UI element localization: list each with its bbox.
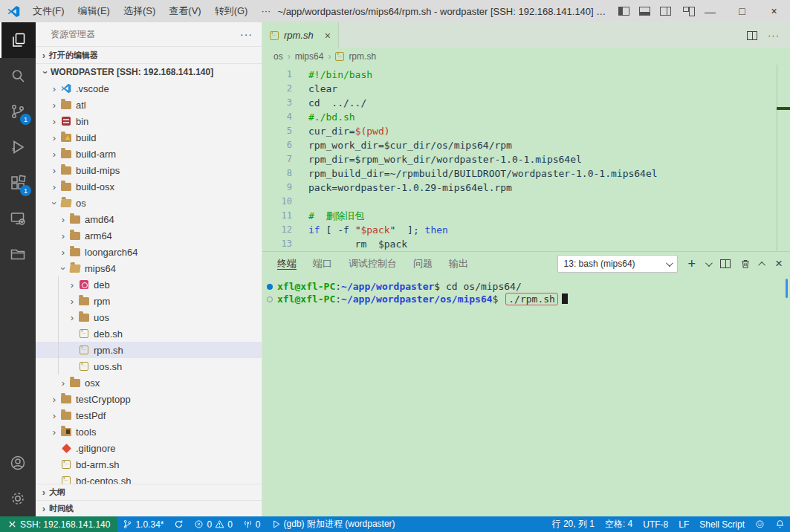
status-debug-session[interactable]: (gdb) 附加进程 (wordpaster) — [266, 516, 401, 532]
tree-item-bd-arm.sh[interactable]: ›bd-arm.sh — [36, 456, 262, 473]
customize-layout-icon[interactable] — [683, 7, 694, 16]
menu-item[interactable]: ··· — [254, 5, 277, 16]
tree-item-loongarch64[interactable]: ›loongarch64 — [36, 244, 262, 260]
status-notifications[interactable] — [770, 516, 790, 532]
toggle-panel-icon[interactable] — [639, 7, 650, 16]
sidebar-more-actions-icon[interactable]: ··· — [240, 28, 253, 40]
close-panel-icon[interactable]: × — [775, 256, 783, 271]
breadcrumb-os[interactable]: os — [273, 51, 283, 62]
search-icon[interactable] — [0, 58, 36, 94]
new-terminal-icon[interactable]: + — [688, 257, 696, 270]
tab-rpm-sh[interactable]: rpm.sh × — [262, 22, 339, 48]
status-branch-status[interactable]: 1.0.34* — [117, 516, 169, 532]
maximize-button[interactable]: □ — [726, 0, 758, 22]
tree-item-uos.sh[interactable]: ›uos.sh — [36, 358, 262, 374]
chevron-right-icon: › — [328, 51, 331, 62]
tree-item-testpdf[interactable]: ›testPdf — [36, 407, 262, 424]
menu-item[interactable]: 编辑(E) — [71, 5, 117, 16]
tree-item-.gitignore[interactable]: ›.gitignore — [36, 440, 262, 456]
chevron-down-icon: › — [49, 198, 60, 208]
settings-gear-icon[interactable] — [0, 481, 36, 516]
source-control-icon[interactable]: 1 — [0, 94, 36, 129]
maximize-panel-icon[interactable] — [758, 261, 765, 268]
terminal-dropdown-icon[interactable] — [705, 259, 713, 267]
timeline-section[interactable]: › 时间线 — [36, 500, 262, 516]
status-remote-indicator[interactable]: SSH: 192.168.141.140 — [0, 516, 117, 532]
tree-item-deb.sh[interactable]: ›deb.sh — [36, 325, 262, 342]
tree-item-wordpaster-ssh-192.168.141.140-[interactable]: ›WORDPASTER [SSH: 192.168.141.140] — [36, 64, 262, 80]
tree-item-mips64[interactable]: ›mips64 — [36, 260, 262, 276]
status-cursor-position[interactable]: 行 20, 列 1 — [547, 516, 600, 532]
tree-item-tools[interactable]: ›tools — [36, 424, 262, 440]
tree-item-bd-centos.sh[interactable]: ›bd-centos.sh — [36, 473, 262, 484]
menu-item[interactable]: 选择(S) — [117, 5, 162, 16]
breadcrumb-mips64[interactable]: mips64 — [295, 51, 324, 62]
editor-scrollbar[interactable] — [777, 65, 790, 251]
status-feedback[interactable] — [750, 516, 770, 532]
status-ports-status[interactable]: 0 — [238, 516, 266, 532]
tree-item-build-osx[interactable]: ›build-osx — [36, 178, 262, 195]
terminal-scrollbar[interactable] — [786, 279, 788, 298]
panel-tab[interactable]: 终端 — [277, 258, 297, 270]
trash-icon[interactable] — [740, 259, 751, 269]
tree-item-build-arm[interactable]: ›build-arm — [36, 146, 262, 162]
close-button[interactable]: × — [758, 0, 790, 22]
remote-explorer-icon[interactable] — [0, 201, 36, 236]
tree-item-rpm[interactable]: ›rpm — [36, 293, 262, 309]
status-encoding[interactable]: UTF-8 — [638, 516, 673, 532]
tree-item-build[interactable]: ›build — [36, 129, 262, 146]
menu-item[interactable]: 查看(V) — [162, 5, 207, 16]
menu-item[interactable]: 文件(F) — [26, 5, 71, 16]
status-eol[interactable]: LF — [673, 516, 694, 532]
tree-item-bin[interactable]: ›bin — [36, 113, 262, 129]
terminal[interactable]: xfl@xfl-PC:~/app/wordpaster$ cd os/mips6… — [262, 276, 790, 516]
tree-item-os[interactable]: ›os — [36, 195, 262, 211]
tree-item-atl[interactable]: ›atl — [36, 97, 262, 113]
explorer-icon[interactable] — [0, 22, 36, 58]
accounts-icon[interactable] — [0, 445, 36, 481]
tree-item-testcryptopp[interactable]: ›testCryptopp — [36, 391, 262, 407]
status-problems-status[interactable]: 00 — [189, 516, 237, 532]
panel-tab[interactable]: 调试控制台 — [349, 258, 397, 269]
split-terminal-icon[interactable] — [720, 259, 731, 268]
toggle-sidebar-icon[interactable] — [618, 7, 629, 16]
tree-item-.vscode[interactable]: ›.vscode — [36, 80, 262, 97]
tree-item-arm64[interactable]: ›arm64 — [36, 227, 262, 244]
run-debug-icon[interactable] — [0, 129, 36, 165]
menu-item[interactable]: 转到(G) — [208, 5, 255, 16]
open-editors-section[interactable]: › 打开的编辑器 — [36, 46, 262, 64]
chevron-right-icon: › — [39, 503, 49, 514]
terminal-select-value: 13: bash (mips64) — [564, 259, 635, 269]
tab-close-icon[interactable]: × — [325, 30, 331, 42]
split-editor-icon[interactable] — [747, 31, 757, 40]
project-folder-icon[interactable] — [0, 236, 36, 272]
terminal-text: : — [335, 281, 341, 292]
tree-item-osx[interactable]: ›osx — [36, 374, 262, 391]
toggle-secondary-sidebar-icon[interactable] — [660, 7, 671, 16]
editor-more-actions-icon[interactable]: ··· — [768, 30, 780, 41]
outline-section[interactable]: › 大纲 — [36, 484, 262, 500]
panel-tab[interactable]: 问题 — [413, 258, 433, 269]
line-number: 10 — [262, 195, 292, 209]
tree-item-label: mips64 — [85, 263, 116, 274]
command-success-decoration — [267, 284, 273, 290]
tree-item-uos[interactable]: ›uos — [36, 309, 262, 325]
terminal-text: ~/app/wordpaster/os/mips64 — [341, 293, 493, 305]
code-editor[interactable]: 1#!/bin/bash2clear3cd ../../4#./bd.sh5cu… — [262, 65, 790, 251]
terminal-select[interactable]: 13: bash (mips64) — [557, 255, 678, 273]
breadcrumb[interactable]: os › mips64 › rpm.sh — [262, 48, 790, 65]
terminal-text: $ — [493, 293, 505, 305]
tree-item-rpm.sh[interactable]: ›rpm.sh — [36, 342, 262, 358]
extensions-icon[interactable]: 1 — [0, 165, 36, 201]
status-language-mode[interactable]: Shell Script — [694, 516, 750, 532]
tree-item-build-mips[interactable]: ›build-mips — [36, 162, 262, 178]
status-indentation[interactable]: 空格: 4 — [600, 516, 638, 532]
minimize-button[interactable]: — — [694, 0, 726, 22]
tree-item-amd64[interactable]: ›amd64 — [36, 211, 262, 227]
panel-tab[interactable]: 端口 — [313, 258, 332, 269]
tree-item-deb[interactable]: ›deb — [36, 276, 262, 293]
panel-tab[interactable]: 输出 — [449, 258, 468, 269]
status-sync-status[interactable] — [169, 516, 189, 532]
status-text: (gdb) 附加进程 (wordpaster) — [284, 518, 395, 531]
breadcrumb-file[interactable]: rpm.sh — [349, 51, 376, 62]
